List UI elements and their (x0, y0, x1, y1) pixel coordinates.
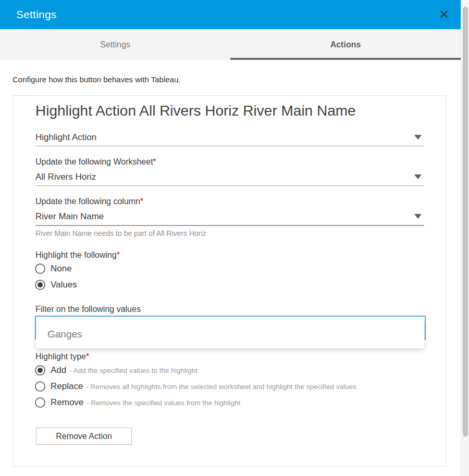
worksheet-select[interactable]: All Rivers Horiz (35, 172, 424, 186)
column-label: Update the following column* (35, 196, 143, 206)
highlight-type-label: Highlight type* (35, 352, 89, 361)
scrollbar-thumb[interactable] (463, 7, 468, 436)
tab-settings-label: Settings (100, 40, 130, 49)
worksheet-value: All Rivers Horiz (35, 172, 424, 182)
action-config-card: Highlight Action All Rivers Horiz River … (13, 95, 446, 467)
action-type-select[interactable]: Highlight Action (35, 132, 424, 146)
settings-dialog: Settings ✕ Settings Actions Configure ho… (0, 0, 469, 476)
scrollbar-track[interactable] (461, 0, 469, 476)
tab-settings[interactable]: Settings (0, 29, 230, 60)
required-asterisk: * (153, 157, 156, 166)
tab-actions-label: Actions (330, 40, 361, 49)
radio-remove[interactable]: Remove - Removes the specified values fr… (35, 397, 240, 408)
required-asterisk: * (86, 352, 89, 361)
radio-circle-icon (35, 264, 45, 274)
chevron-down-icon (414, 135, 422, 140)
radio-values[interactable]: Values (35, 279, 77, 291)
radio-remove-description: - Removes the specified values from the … (87, 399, 240, 407)
intro-text: Configure how this button behaves with T… (13, 75, 180, 84)
radio-none-label: None (51, 264, 72, 274)
radio-remove-label: Remove (51, 397, 83, 408)
radio-replace-description: - Removes all highlights from the select… (86, 383, 356, 391)
radio-none[interactable]: None (35, 263, 72, 274)
tab-actions[interactable]: Actions (230, 29, 461, 60)
column-select[interactable]: River Main Name (35, 211, 424, 226)
action-type-value: Highlight Action (35, 132, 424, 143)
radio-circle-icon (35, 381, 45, 392)
radio-values-label: Values (51, 280, 77, 290)
action-title: Highlight Action All Rivers Horiz River … (35, 102, 356, 120)
filter-values-label: Filter on the following values (35, 304, 141, 314)
radio-circle-icon (35, 365, 45, 375)
radio-add[interactable]: Add - Add the specified values to the hi… (35, 365, 198, 376)
column-value: River Main Name (35, 211, 424, 222)
tab-bar: Settings Actions (0, 29, 461, 60)
remove-action-button[interactable]: Remove Action (36, 428, 132, 445)
radio-add-label: Add (51, 365, 66, 375)
dialog-title: Settings (16, 8, 56, 21)
radio-circle-icon (35, 280, 45, 290)
radio-replace-label: Replace (51, 381, 83, 392)
required-asterisk: * (140, 197, 143, 206)
highlight-following-label: Highlight the following* (35, 250, 120, 260)
worksheet-label: Update the following Worksheet* (35, 157, 156, 167)
close-icon[interactable]: ✕ (439, 8, 449, 21)
chevron-down-icon (414, 174, 422, 179)
chevron-down-icon (414, 214, 422, 219)
radio-replace[interactable]: Replace - Removes all highlights from th… (35, 381, 356, 392)
column-helper-text: River Main Name needs to be part of All … (35, 229, 206, 237)
radio-circle-icon (35, 397, 45, 408)
dialog-header: Settings ✕ (0, 0, 461, 29)
required-asterisk: * (117, 250, 120, 259)
suggestion-option-ganges[interactable]: Ganges (36, 329, 424, 340)
suggestion-dropdown: Ganges (36, 320, 424, 348)
radio-add-description: - Add the specified values to the highli… (69, 367, 197, 374)
